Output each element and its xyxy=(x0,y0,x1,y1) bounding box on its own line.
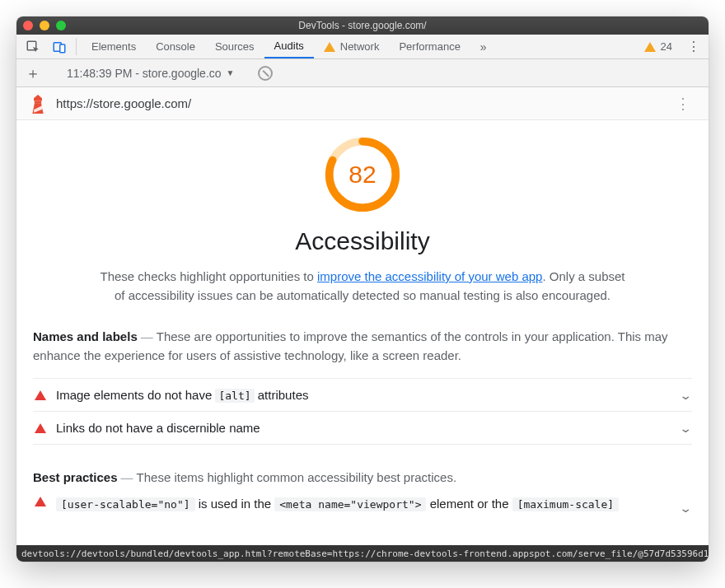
audit-row[interactable]: Image elements do not have [alt] attribu… xyxy=(33,378,692,411)
category-description: These checks highlight opportunities to … xyxy=(99,267,626,306)
lighthouse-icon xyxy=(30,95,46,113)
audits-list: Image elements do not have [alt] attribu… xyxy=(33,378,692,445)
chevron-down-icon: ⌄ xyxy=(679,502,693,515)
report-menu-button[interactable]: ⋮ xyxy=(671,95,695,113)
tab-label: Sources xyxy=(215,40,255,53)
code-literal: [alt] xyxy=(215,389,254,403)
svg-rect-2 xyxy=(60,44,65,53)
tab-performance[interactable]: Performance xyxy=(389,35,470,58)
audit-run-selector[interactable]: 11:48:39 PM - store.google.co ▼ xyxy=(67,67,234,80)
spacer xyxy=(497,35,633,58)
report-url: https://store.google.com/ xyxy=(56,96,661,110)
tab-label: Audits xyxy=(274,40,304,52)
svg-rect-3 xyxy=(35,100,41,103)
tab-elements[interactable]: Elements xyxy=(82,35,146,58)
panel-tabs: Elements Console Sources Audits Network … xyxy=(82,35,470,58)
section-heading: Names and labels—These are opportunities… xyxy=(33,327,692,366)
code-literal: [user-scalable="no"] xyxy=(56,497,195,511)
window-titlebar: DevTools - store.google.com/ xyxy=(16,16,709,35)
tab-console[interactable]: Console xyxy=(146,35,205,58)
fail-icon xyxy=(35,423,46,433)
warnings-count[interactable]: 24 xyxy=(636,35,681,58)
minimize-window-button[interactable] xyxy=(40,21,49,30)
code-literal: [maximum-scale] xyxy=(512,497,619,511)
devtools-menu-button[interactable]: ⋮ xyxy=(684,35,704,58)
devtools-window: DevTools - store.google.com/ Elements Co… xyxy=(16,16,709,562)
audit-title: Links do not have a discernible name xyxy=(56,421,671,435)
score-section: 82 Accessibility These checks highlight … xyxy=(16,120,709,306)
report-urlbar: https://store.google.com/ ⋮ xyxy=(16,87,709,120)
code-literal: <meta name="viewport"> xyxy=(274,497,426,511)
warning-count-value: 24 xyxy=(661,40,672,53)
separator xyxy=(76,38,77,55)
audit-title: Image elements do not have [alt] attribu… xyxy=(56,388,671,402)
window-title: DevTools - store.google.com/ xyxy=(16,20,709,31)
audit-run-label: 11:48:39 PM - store.google.co xyxy=(67,67,222,80)
toggle-device-toolbar-button[interactable] xyxy=(48,35,71,58)
warning-icon xyxy=(324,42,335,52)
section-heading: Best practices—These items highlight com… xyxy=(33,468,692,487)
audit-title: [user-scalable="no"] is used in the <met… xyxy=(56,497,671,511)
section-names-labels: Names and labels—These are opportunities… xyxy=(16,327,709,446)
status-text: devtools://devtools/bundled/devtools_app… xyxy=(21,548,709,559)
dash: — xyxy=(118,470,137,484)
status-bar: devtools://devtools/bundled/devtools_app… xyxy=(16,545,709,562)
fail-icon xyxy=(35,497,46,506)
desc-text: These checks highlight opportunities to xyxy=(100,269,317,283)
zoom-window-button[interactable] xyxy=(56,21,66,30)
tab-network[interactable]: Network xyxy=(314,35,390,58)
score-gauge: 82 xyxy=(323,135,402,214)
chevron-down-icon: ⌄ xyxy=(679,389,693,402)
score-value: 82 xyxy=(323,135,402,214)
audit-row[interactable]: [user-scalable="no"] is used in the <met… xyxy=(33,487,692,515)
tab-audits[interactable]: Audits xyxy=(264,35,314,58)
report-body: 82 Accessibility These checks highlight … xyxy=(16,120,709,562)
close-window-button[interactable] xyxy=(23,21,33,30)
tab-label: Network xyxy=(340,40,380,53)
new-audit-button[interactable]: ＋ xyxy=(23,63,43,83)
fail-icon xyxy=(35,390,46,400)
tab-label: Console xyxy=(156,40,195,53)
more-tabs-button[interactable]: » xyxy=(474,35,493,58)
category-title: Accessibility xyxy=(16,227,709,255)
section-title: Names and labels xyxy=(33,329,138,343)
traffic-lights xyxy=(23,21,66,30)
devtools-tabbar: Elements Console Sources Audits Network … xyxy=(16,35,709,59)
section-title: Best practices xyxy=(33,470,118,484)
clear-audit-button[interactable] xyxy=(258,66,273,81)
tab-label: Elements xyxy=(91,40,136,53)
tab-label: Performance xyxy=(399,40,460,53)
dash: — xyxy=(138,329,157,343)
section-desc: These items highlight common accessibili… xyxy=(137,470,457,484)
audits-toolbar: ＋ 11:48:39 PM - store.google.co ▼ xyxy=(16,59,709,87)
section-best-practices: Best practices—These items highlight com… xyxy=(16,468,709,515)
audit-row[interactable]: Links do not have a discernible name ⌄ xyxy=(33,411,692,445)
chevron-down-icon: ▼ xyxy=(227,68,235,77)
tab-sources[interactable]: Sources xyxy=(205,35,264,58)
chevron-down-icon: ⌄ xyxy=(679,422,693,435)
inspect-element-button[interactable] xyxy=(21,35,44,58)
accessibility-docs-link[interactable]: improve the accessibility of your web ap… xyxy=(317,269,542,283)
warning-icon xyxy=(644,42,656,52)
